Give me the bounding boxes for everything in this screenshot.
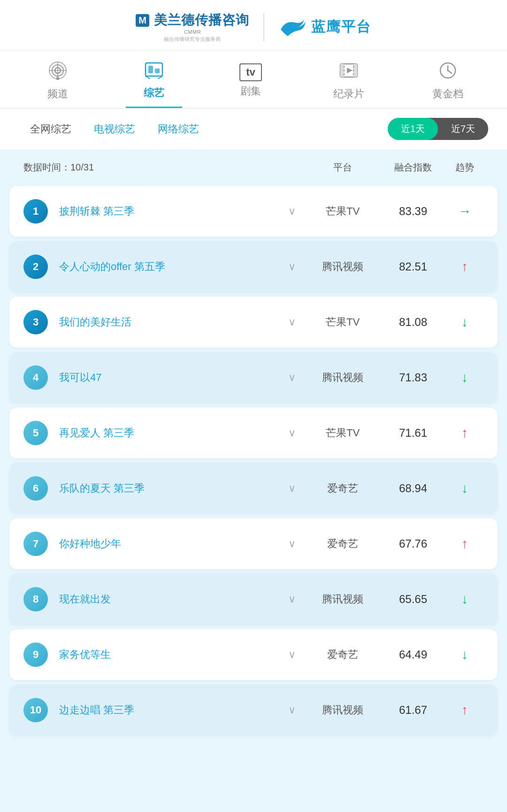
logo-m-badge: M (136, 14, 149, 27)
rank-index: 71.61 (380, 426, 446, 440)
rank-number: 9 (23, 642, 48, 667)
subnav-online[interactable]: 网络综艺 (146, 118, 210, 140)
expand-button[interactable]: ∨ (288, 704, 296, 716)
rank-title: 我们的美好生活 (59, 315, 279, 329)
expand-button[interactable]: ∨ (288, 205, 296, 217)
svg-marker-15 (347, 68, 353, 73)
logo-cmmr: CMMR (184, 29, 201, 35)
trend-up-icon: ↑ (446, 425, 484, 441)
data-time: 数据时间：10/31 (23, 161, 305, 174)
expand-button[interactable]: ∨ (288, 261, 296, 273)
trend-up-icon: ↑ (446, 259, 484, 274)
tab-documentary[interactable]: 纪录片 (319, 56, 378, 108)
time-btn-1day[interactable]: 近1天 (388, 118, 438, 140)
logo-subtitle: 融合传播研究专业服务商 (164, 36, 221, 43)
bird-icon (278, 15, 307, 39)
rank-platform: 腾讯视频 (305, 371, 380, 385)
ranking-list: 1 披荆斩棘 第三季 ∨ 芒果TV 83.39 → 2 令人心动的offer 第… (9, 186, 498, 735)
expand-button[interactable]: ∨ (288, 649, 296, 661)
rank-index: 65.65 (380, 593, 446, 606)
rank-platform: 爱奇艺 (305, 481, 380, 495)
expand-button[interactable]: ∨ (288, 371, 296, 384)
tab-variety[interactable]: 综艺 (126, 55, 182, 108)
subnav-tv[interactable]: 电视综艺 (83, 118, 146, 140)
trend-down-icon: ↓ (446, 370, 484, 385)
header: M 美兰德传播咨询 CMMR 融合传播研究专业服务商 蓝鹰平台 (0, 0, 507, 51)
rank-number: 7 (23, 532, 48, 556)
rank-index: 67.76 (380, 537, 446, 550)
logo-right-text: 蓝鹰平台 (311, 17, 371, 37)
table-row: 6 乐队的夏天 第三季 ∨ 爱奇艺 68.94 ↓ (9, 463, 498, 514)
rank-title: 现在就出发 (59, 592, 279, 606)
rank-platform: 腾讯视频 (305, 260, 380, 274)
rank-title: 你好种地少年 (59, 537, 279, 551)
expand-button[interactable]: ∨ (288, 482, 296, 495)
subnav-all[interactable]: 全网综艺 (19, 118, 83, 140)
rank-platform: 腾讯视频 (305, 592, 380, 606)
rank-platform: 腾讯视频 (305, 703, 380, 717)
header-divider (263, 13, 264, 41)
svg-rect-12 (340, 64, 344, 77)
svg-rect-7 (148, 66, 153, 73)
tab-channel-label: 频道 (47, 87, 68, 101)
logo-left: M 美兰德传播咨询 CMMR 融合传播研究专业服务商 (136, 11, 249, 43)
rank-number: 6 (23, 476, 48, 501)
trend-up-icon: ↑ (446, 536, 484, 551)
rank-number: 5 (23, 421, 48, 445)
tv-icon: tv (239, 63, 262, 81)
trend-flat-icon: → (446, 204, 484, 219)
date-label: 数据时间： (23, 162, 70, 172)
svg-rect-6 (146, 63, 162, 76)
tab-documentary-label: 纪录片 (333, 87, 364, 101)
rank-title: 家务优等生 (59, 648, 279, 662)
rank-number: 8 (23, 587, 48, 611)
rank-index: 83.39 (380, 205, 446, 218)
svg-rect-8 (155, 69, 160, 73)
trend-down-icon: ↓ (446, 481, 484, 496)
table-row: 3 我们的美好生活 ∨ 芒果TV 81.08 ↓ (9, 297, 498, 348)
rank-number: 4 (23, 365, 48, 390)
rank-platform: 爱奇艺 (305, 537, 380, 551)
tab-drama[interactable]: tv 剧集 (223, 59, 279, 105)
variety-icon (144, 60, 164, 83)
rank-title: 令人心动的offer 第五季 (59, 260, 279, 274)
table-row: 9 家务优等生 ∨ 爱奇艺 64.49 ↓ (9, 629, 498, 680)
rank-platform: 芒果TV (305, 204, 380, 218)
nav-tabs: 频道 综艺 tv 剧集 (0, 51, 507, 108)
rank-title: 边走边唱 第三季 (59, 703, 279, 717)
trend-down-icon: ↓ (446, 315, 484, 330)
logo-right: 蓝鹰平台 (278, 15, 371, 39)
sub-nav: 全网综艺 电视综艺 网络综艺 近1天 近7天 (0, 108, 507, 150)
table-row: 10 边走边唱 第三季 ∨ 腾讯视频 61.67 ↑ (9, 685, 498, 735)
rank-number: 2 (23, 255, 48, 279)
expand-button[interactable]: ∨ (288, 316, 296, 328)
table-row: 4 我可以47 ∨ 腾讯视频 71.83 ↓ (9, 352, 498, 403)
table-row: 2 令人心动的offer 第五季 ∨ 腾讯视频 82.51 ↑ (9, 241, 498, 292)
content-area: 数据时间：10/31 平台 融合指数 趋势 1 披荆斩棘 第三季 ∨ 芒果TV … (0, 150, 507, 735)
time-toggle: 近1天 近7天 (388, 118, 488, 140)
tab-primetime[interactable]: 黄金档 (418, 56, 477, 108)
rank-index: 61.67 (380, 704, 446, 717)
rank-index: 68.94 (380, 482, 446, 495)
tab-channel[interactable]: 频道 (30, 56, 86, 108)
tab-variety-label: 综艺 (144, 86, 164, 100)
rank-platform: 爱奇艺 (305, 648, 380, 662)
table-row: 1 披荆斩棘 第三季 ∨ 芒果TV 83.39 → (9, 186, 498, 237)
col-index-header: 融合指数 (380, 161, 446, 174)
clock-icon (438, 61, 458, 84)
expand-button[interactable]: ∨ (288, 593, 296, 605)
rank-index: 81.08 (380, 316, 446, 329)
rank-index: 64.49 (380, 648, 446, 661)
date-value: 10/31 (70, 162, 94, 172)
time-btn-7day[interactable]: 近7天 (438, 118, 488, 140)
expand-button[interactable]: ∨ (288, 427, 296, 439)
rank-title: 再见爱人 第三季 (59, 426, 279, 440)
col-platform-header: 平台 (305, 161, 380, 174)
col-trend-header: 趋势 (446, 161, 484, 174)
trend-down-icon: ↓ (446, 592, 484, 607)
rank-platform: 芒果TV (305, 315, 380, 329)
expand-button[interactable]: ∨ (288, 538, 296, 550)
trend-down-icon: ↓ (446, 647, 484, 662)
rank-index: 71.83 (380, 371, 446, 384)
table-row: 7 你好种地少年 ∨ 爱奇艺 67.76 ↑ (9, 518, 498, 569)
